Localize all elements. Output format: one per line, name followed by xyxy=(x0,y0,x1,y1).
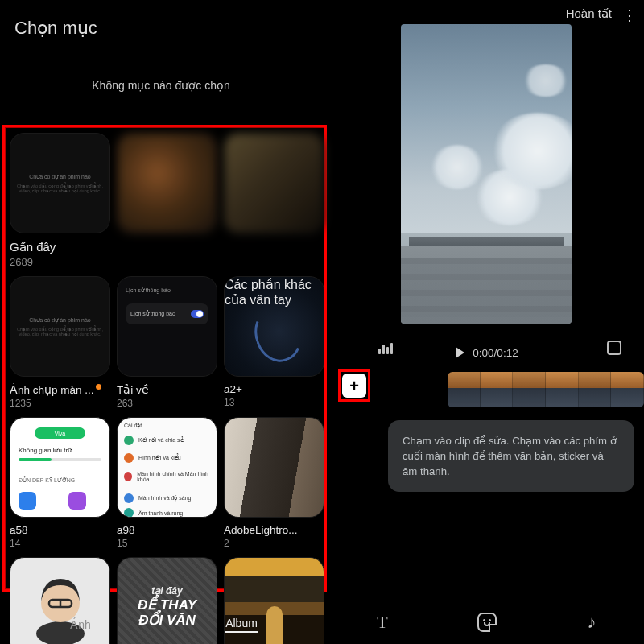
album-screenshots[interactable]: Chưa có dự án phim nào Chạm vào dấu cộng… xyxy=(10,276,110,409)
sticker-icon xyxy=(477,613,497,632)
album-recent-label: Gần đây xyxy=(10,240,324,254)
album-a2plus[interactable]: Các phần khác của vân tay a2+ 13 xyxy=(224,276,324,409)
text-tool-button[interactable]: T xyxy=(358,606,407,638)
timeline-filmstrip[interactable] xyxy=(448,372,644,407)
tab-photos[interactable]: Ảnh xyxy=(0,605,161,644)
album-count: 263 xyxy=(117,398,217,409)
video-editor-panel: Hoàn tất ⋮ 0:00/0:12 + Chạm vào clip để … xyxy=(330,0,644,644)
album-count: 2 xyxy=(224,538,324,549)
editor-bottom-tabs: T ♪ xyxy=(330,601,644,644)
tab-albums[interactable]: Album xyxy=(161,605,322,644)
more-menu-icon[interactable]: ⋮ xyxy=(622,6,636,24)
album-label: Tải về xyxy=(117,383,217,396)
text-icon: T xyxy=(377,612,387,633)
sticker-tool-button[interactable] xyxy=(463,606,511,638)
music-note-icon: ♪ xyxy=(588,612,597,633)
plus-icon: + xyxy=(349,377,359,395)
album-count: 13 xyxy=(224,397,324,408)
done-button[interactable]: Hoàn tất xyxy=(566,6,612,21)
album-a58[interactable]: Viva Không gian lưu trữ ĐỦN DEP KỸ LƯỠNG… xyxy=(10,417,110,549)
fullscreen-icon[interactable] xyxy=(607,341,621,355)
album-recent-count: 2689 xyxy=(10,256,324,268)
album-thumb-blurred-2[interactable] xyxy=(224,133,324,233)
album-thumb-blurred-1[interactable] xyxy=(117,133,217,233)
album-label: Ảnh chụp màn ... xyxy=(10,384,94,396)
album-label: AdobeLightro... xyxy=(224,524,324,536)
album-downloads[interactable]: Lịch sử thông báo Lịch sử thông báo Tải … xyxy=(117,276,217,409)
playback-time: 0:00/0:12 xyxy=(473,347,518,359)
video-icon xyxy=(68,492,86,510)
album-count: 14 xyxy=(10,538,110,549)
play-button-icon[interactable] xyxy=(456,347,464,358)
album-label: a2+ xyxy=(224,383,324,395)
album-a98[interactable]: Cài đặt Kết nối và chia sẻ Hình nền và k… xyxy=(117,417,217,549)
album-label: a58 xyxy=(10,524,110,536)
album-label: a98 xyxy=(117,524,217,536)
album-recent[interactable]: Chưa có dự án phim nào Chạm vào dấu cộng… xyxy=(10,133,110,233)
page-title: Chọn mục xyxy=(14,18,97,39)
audio-tool-button[interactable]: ♪ xyxy=(568,606,616,638)
album-picker-panel: Chọn mục Không mục nào được chọn Chưa có… xyxy=(0,0,328,644)
video-preview[interactable] xyxy=(401,24,572,324)
album-adobe-lightroom[interactable]: AdobeLightro... 2 xyxy=(224,417,324,549)
picker-bottom-tabs: Ảnh Album xyxy=(0,605,322,644)
toggle-icon xyxy=(191,310,204,318)
image-icon xyxy=(19,492,36,510)
new-indicator-dot xyxy=(96,384,101,390)
album-count: 1235 xyxy=(10,398,110,409)
add-clip-button[interactable]: + xyxy=(342,374,366,398)
album-count: 15 xyxy=(117,538,217,549)
hint-tooltip: Chạm vào clip để sửa. Chạm vào các phím … xyxy=(388,420,634,492)
selection-status: Không mục nào được chọn xyxy=(0,79,322,92)
